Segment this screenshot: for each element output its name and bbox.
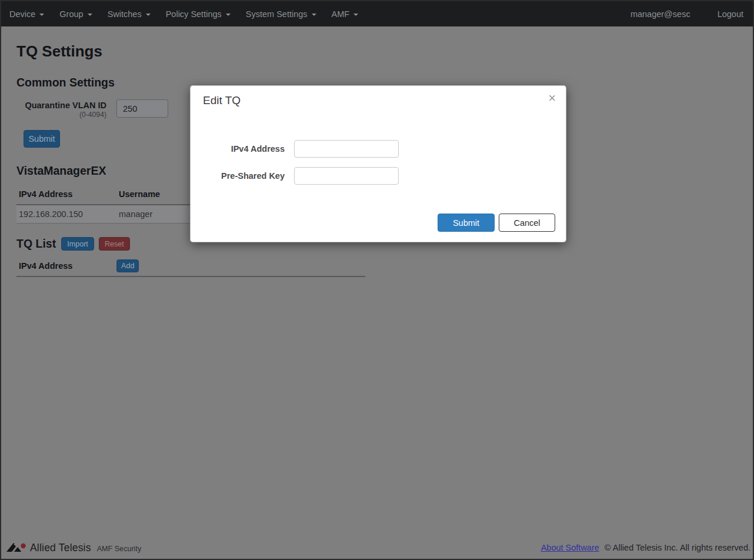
- ipv4-address-input[interactable]: [294, 140, 399, 158]
- brand-name: Allied Telesis: [30, 542, 91, 554]
- nav-item-label: Switches: [108, 9, 142, 19]
- quarantine-vlan-labels: Quarantine VLAN ID (0-4094): [16, 99, 106, 119]
- about-software-link[interactable]: About Software: [541, 543, 599, 552]
- page-footer: Allied Telesis AMF Security About Softwa…: [1, 539, 753, 559]
- modal-field-row: Pre-Shared Key: [191, 167, 399, 185]
- close-icon[interactable]: ×: [548, 91, 556, 106]
- allied-telesis-logo-icon: [6, 541, 27, 554]
- modal-title: Edit TQ: [203, 94, 241, 107]
- chevron-down-icon: [353, 14, 358, 16]
- tq-list-table-header: IPv4 Address Add: [16, 258, 365, 277]
- nav-item-amf[interactable]: AMF: [332, 9, 359, 19]
- tq-add-button[interactable]: Add: [116, 259, 139, 272]
- nav-item-policy-settings[interactable]: Policy Settings: [166, 9, 231, 19]
- tq-reset-button[interactable]: Reset: [99, 237, 130, 251]
- quarantine-vlan-label: Quarantine VLAN ID: [16, 101, 106, 111]
- chevron-down-icon: [146, 14, 151, 16]
- tq-col-header-ipv4: IPv4 Address: [16, 261, 116, 271]
- pre-shared-key-input[interactable]: [294, 167, 399, 185]
- nav-item-group[interactable]: Group: [59, 9, 92, 19]
- copyright-text: © Allied Telesis Inc. All rights reserve…: [605, 543, 750, 552]
- cell-ipv4: 192.168.200.150: [16, 205, 116, 224]
- footer-right: About Software © Allied Telesis Inc. All…: [541, 543, 750, 552]
- quarantine-vlan-row: Quarantine VLAN ID (0-4094): [16, 99, 168, 119]
- tq-list-header: TQ List Import Reset: [16, 237, 135, 251]
- edit-tq-dialog: Edit TQ × IPv4 Address Pre-Shared Key Su…: [190, 85, 566, 242]
- nav-item-switches[interactable]: Switches: [108, 9, 151, 19]
- user-account[interactable]: manager@sesc: [630, 9, 690, 19]
- nav-item-label: Group: [59, 9, 83, 19]
- chevron-down-icon: [88, 14, 92, 16]
- chevron-down-icon: [226, 14, 231, 16]
- top-navbar: Device Group Switches Policy Settings Sy…: [1, 1, 753, 26]
- app-window: Device Group Switches Policy Settings Sy…: [0, 0, 754, 560]
- nav-item-label: AMF: [332, 9, 350, 19]
- nav-menu: Device Group Switches Policy Settings Sy…: [1, 9, 373, 19]
- nav-right: manager@sesc Logout: [630, 9, 753, 19]
- tq-import-button[interactable]: Import: [61, 237, 94, 251]
- vista-manager-heading: VistaManagerEX: [16, 164, 106, 178]
- page-title: TQ Settings: [16, 42, 102, 61]
- common-settings-heading: Common Settings: [16, 76, 115, 89]
- product-name: AMF Security: [97, 542, 142, 553]
- nav-item-label: System Settings: [246, 9, 308, 19]
- modal-submit-button[interactable]: Submit: [438, 214, 495, 232]
- quarantine-vlan-input[interactable]: [116, 99, 168, 118]
- col-header-ipv4: IPv4 Address: [16, 185, 116, 205]
- chevron-down-icon: [39, 14, 44, 16]
- nav-item-device[interactable]: Device: [9, 9, 44, 19]
- modal-cancel-button[interactable]: Cancel: [499, 214, 555, 232]
- nav-item-system-settings[interactable]: System Settings: [246, 9, 316, 19]
- common-submit-button[interactable]: Submit: [24, 130, 60, 148]
- brand: Allied Telesis AMF Security: [6, 541, 141, 554]
- pre-shared-key-label: Pre-Shared Key: [191, 171, 285, 181]
- quarantine-vlan-range: (0-4094): [16, 111, 106, 119]
- ipv4-address-label: IPv4 Address: [191, 144, 285, 154]
- chevron-down-icon: [312, 14, 316, 16]
- modal-field-row: IPv4 Address: [191, 140, 399, 158]
- logout-link[interactable]: Logout: [718, 9, 743, 19]
- nav-item-label: Policy Settings: [166, 9, 222, 19]
- nav-item-label: Device: [9, 9, 35, 19]
- tq-list-heading: TQ List: [16, 237, 56, 251]
